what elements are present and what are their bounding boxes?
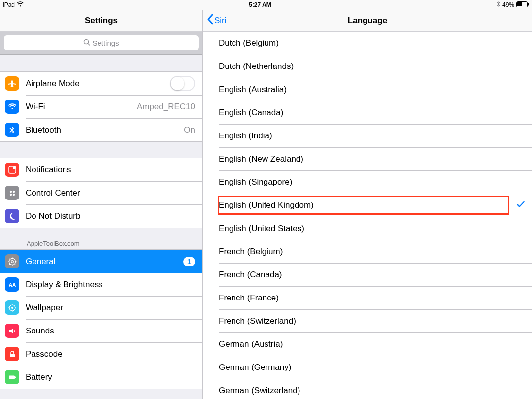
language-row[interactable]: French (Canada) xyxy=(203,263,532,286)
checkmark-icon xyxy=(517,200,525,210)
detail-pane: Siri Language Dutch (Belgium)Dutch (Neth… xyxy=(203,10,532,399)
sidebar-item-general[interactable]: General 1 xyxy=(0,250,202,273)
passcode-icon xyxy=(5,347,19,361)
search-wrap: Settings xyxy=(0,32,202,55)
language-label: English (New Zealand) xyxy=(219,154,303,164)
language-row[interactable]: English (Australia) xyxy=(203,78,532,101)
sidebar-group-notifications: Notifications Control Center Do Not Dist… xyxy=(0,158,202,228)
row-label: Display & Brightness xyxy=(26,280,195,290)
language-row[interactable]: English (Canada) xyxy=(203,101,532,124)
language-label: French (Switzerland) xyxy=(219,316,296,326)
sidebar-item-bluetooth[interactable]: Bluetooth On xyxy=(0,118,202,141)
sidebar-title: Settings xyxy=(85,16,118,26)
svg-line-4 xyxy=(88,43,90,45)
status-bar: iPad 5:27 AM 49% xyxy=(0,0,532,10)
row-label: General xyxy=(26,257,183,266)
language-row[interactable]: French (Belgium) xyxy=(203,240,532,263)
language-row[interactable]: English (Singapore) xyxy=(203,170,532,194)
general-badge: 1 xyxy=(183,257,195,266)
status-time: 5:27 AM xyxy=(24,1,497,8)
sidebar-item-airplane-mode[interactable]: Airplane Mode xyxy=(0,72,202,95)
sidebar-item-do-not-disturb[interactable]: Do Not Disturb xyxy=(0,204,202,228)
language-label: English (Singapore) xyxy=(219,177,292,187)
chevron-left-icon xyxy=(207,14,213,27)
wifi-app-icon xyxy=(5,100,19,114)
language-row[interactable]: Dutch (Netherlands) xyxy=(203,55,532,78)
language-row[interactable]: German (Austria) xyxy=(203,332,532,356)
row-label: Control Center xyxy=(26,188,195,198)
svg-rect-29 xyxy=(9,375,15,379)
language-row[interactable]: French (France) xyxy=(203,286,532,309)
gear-icon xyxy=(5,254,19,268)
detail-title: Language xyxy=(203,16,532,26)
language-label: French (France) xyxy=(219,293,279,303)
language-row[interactable]: Dutch (Belgium) xyxy=(203,32,532,55)
sidebar-item-passcode[interactable]: Passcode xyxy=(0,342,202,366)
row-label: Bluetooth xyxy=(26,125,184,135)
language-row[interactable]: French (Switzerland) xyxy=(203,309,532,332)
row-label: Sounds xyxy=(26,326,195,336)
svg-point-23 xyxy=(11,307,13,309)
language-row[interactable]: German (Switzerland) xyxy=(203,379,532,399)
language-label: German (Switzerland) xyxy=(219,386,300,396)
search-placeholder: Settings xyxy=(92,39,119,47)
svg-rect-28 xyxy=(10,354,15,357)
svg-rect-30 xyxy=(15,376,16,378)
svg-point-6 xyxy=(13,166,16,169)
language-label: German (Germany) xyxy=(219,363,291,372)
language-label: Dutch (Belgium) xyxy=(219,38,279,48)
language-row[interactable]: English (United Kingdom) xyxy=(203,194,532,217)
language-label: English (Canada) xyxy=(219,108,283,118)
language-label: English (United Kingdom) xyxy=(219,200,314,210)
svg-line-18 xyxy=(14,264,15,264)
battery-icon xyxy=(516,1,529,9)
sidebar-item-notifications[interactable]: Notifications xyxy=(0,158,202,181)
row-label: Do Not Disturb xyxy=(26,211,195,221)
airplane-toggle[interactable] xyxy=(170,76,195,91)
svg-line-17 xyxy=(9,259,10,259)
wallpaper-icon xyxy=(5,300,19,315)
battery-app-icon xyxy=(5,370,19,384)
svg-point-8 xyxy=(12,190,14,192)
language-row[interactable]: English (India) xyxy=(203,124,532,147)
sidebar-item-wifi[interactable]: Wi-Fi Amped_REC10 xyxy=(0,95,202,118)
airplane-icon xyxy=(5,76,19,91)
back-button[interactable]: Siri xyxy=(207,14,227,27)
search-input[interactable]: Settings xyxy=(4,35,199,50)
svg-rect-1 xyxy=(517,2,522,6)
svg-line-20 xyxy=(14,259,15,259)
row-value: Amped_REC10 xyxy=(137,102,195,112)
bluetooth-icon xyxy=(497,1,500,9)
back-label: Siri xyxy=(214,16,227,26)
svg-text:AA: AA xyxy=(8,282,15,288)
settings-sidebar: Settings Settings Airplane Mode xyxy=(0,10,203,399)
detail-nav: Siri Language xyxy=(203,10,532,32)
language-list: Dutch (Belgium)Dutch (Netherlands)Englis… xyxy=(203,32,532,399)
control-center-icon xyxy=(5,186,19,200)
sidebar-group-general: General 1 AA Display & Brightness Wallpa… xyxy=(0,249,202,389)
row-label: Airplane Mode xyxy=(26,79,170,89)
language-label: English (United States) xyxy=(219,224,304,233)
language-label: German (Austria) xyxy=(219,339,283,349)
sidebar-item-control-center[interactable]: Control Center xyxy=(0,181,202,204)
wifi-icon xyxy=(17,1,24,9)
search-icon xyxy=(83,39,90,47)
svg-point-10 xyxy=(12,193,14,195)
language-row[interactable]: English (New Zealand) xyxy=(203,147,532,170)
language-row[interactable]: German (Germany) xyxy=(203,356,532,379)
row-label: Battery xyxy=(26,372,195,382)
svg-line-19 xyxy=(9,264,10,264)
row-label: Wi-Fi xyxy=(26,102,137,112)
svg-point-9 xyxy=(9,193,11,195)
bluetooth-app-icon xyxy=(5,123,19,137)
row-label: Notifications xyxy=(26,165,195,175)
sounds-icon xyxy=(5,324,19,338)
svg-point-7 xyxy=(9,190,11,192)
sidebar-item-battery[interactable]: Battery xyxy=(0,366,202,389)
sidebar-group-network: Airplane Mode Wi-Fi Amped_REC10 Bluetoot… xyxy=(0,71,202,142)
sidebar-item-wallpaper[interactable]: Wallpaper xyxy=(0,296,202,319)
language-label: English (Australia) xyxy=(219,85,287,95)
language-row[interactable]: English (United States) xyxy=(203,217,532,240)
sidebar-item-display-brightness[interactable]: AA Display & Brightness xyxy=(0,273,202,296)
sidebar-item-sounds[interactable]: Sounds xyxy=(0,319,202,342)
